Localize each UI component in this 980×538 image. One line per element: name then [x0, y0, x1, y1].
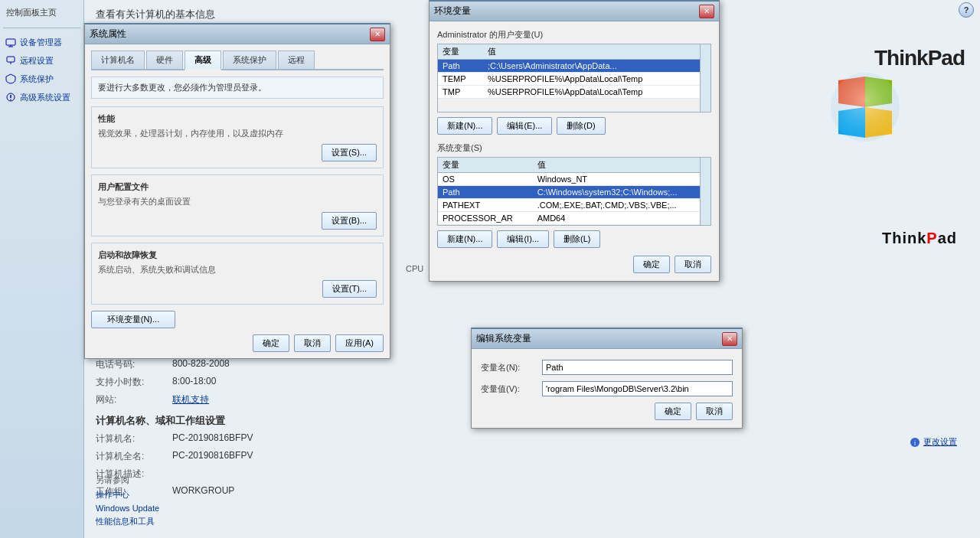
edit-cancel-button[interactable]: 取消	[696, 403, 733, 420]
user-vars-title: Administrator 的用户变量(U)	[437, 29, 711, 41]
sys-var-value-os: Windows_NT	[533, 173, 710, 186]
tab-system-protection[interactable]: 系统保护	[223, 51, 276, 69]
startup-settings-button[interactable]: 设置(T)...	[322, 280, 377, 298]
user-vars-scrollbar[interactable]	[700, 44, 710, 112]
user-edit-button[interactable]: 编辑(E)...	[497, 117, 552, 135]
sys-var-row-os[interactable]: OS Windows_NT	[438, 173, 710, 186]
help-button[interactable]: ?	[959, 2, 974, 18]
bottom-links: 另请参阅 操作中心 Windows Update 性能信息和工具	[96, 474, 159, 530]
sys-edit-button[interactable]: 编辑(I)...	[497, 230, 549, 248]
user-vars-table: 变量 值 Path ;C:\Users\Administrator\AppDat…	[438, 44, 710, 99]
bottom-link-windows-update[interactable]: Windows Update	[96, 504, 159, 513]
perf-section: 性能 视觉效果，处理器计划，内存使用，以及虚拟内存 设置(S)...	[91, 106, 384, 168]
tab-advanced[interactable]: 高级	[185, 51, 221, 70]
sys-vars-tbody: OS Windows_NT Path C:\Windows\system32;C…	[438, 173, 710, 225]
shield-icon	[5, 73, 17, 85]
sidebar-label-remote: 远程设置	[20, 55, 54, 67]
edit-dialog: 编辑系统变量 ✕ 变量名(N): 变量值(V): 确定 取消	[471, 328, 743, 429]
change-settings-link[interactable]: 更改设置	[923, 436, 957, 448]
sys-props-tabs: 计算机名 硬件 高级 系统保护 远程	[91, 51, 384, 70]
env-dialog-close-button[interactable]: ✕	[699, 5, 714, 18]
user-var-row-path[interactable]: Path ;C:\Users\Administrator\AppData...	[438, 60, 710, 73]
profile-title: 用户配置文件	[98, 181, 377, 193]
tab-computer-name[interactable]: 计算机名	[91, 51, 145, 69]
sys-props-title: 系统属性	[90, 28, 126, 41]
computer-name-row: 计算机名: PC-20190816BFPV	[96, 432, 969, 445]
sys-var-row-path[interactable]: Path C:\Windows\system32;C:\Windows;...	[438, 186, 710, 199]
sidebar-label-device: 设备管理器	[20, 37, 62, 48]
edit-ok-button[interactable]: 确定	[655, 403, 691, 420]
tab-hardware[interactable]: 硬件	[146, 51, 183, 69]
computer-fullname-label: 计算机全名:	[96, 450, 172, 463]
edit-dialog-close-button[interactable]: ✕	[722, 332, 737, 346]
var-name-row: 变量名(N):	[481, 360, 733, 375]
sys-props-close-button[interactable]: ✕	[370, 28, 385, 41]
env-ok-button[interactable]: 确定	[633, 256, 670, 273]
env-cancel-button[interactable]: 取消	[675, 256, 711, 273]
user-vars-btn-row: 新建(N)... 编辑(E)... 删除(D)	[437, 117, 711, 135]
thinkpad-text-logo: ThinkPad	[882, 230, 957, 247]
sys-props-body: 计算机名 硬件 高级 系统保护 远程 要进行大多数更改，您必须作为管理员登录。	[85, 44, 390, 358]
sys-vars-container: 变量 值 OS Windows_NT Path C:\Windows\syste…	[437, 157, 711, 226]
user-var-value-temp: %USERPROFILE%\AppData\Local\Temp	[483, 73, 710, 86]
var-value-row: 变量值(V):	[481, 381, 733, 396]
sidebar-label-protection: 系统保护	[20, 73, 54, 85]
var-value-label: 变量值(V):	[481, 383, 542, 395]
tab-remote[interactable]: 远程	[278, 51, 315, 69]
workgroup-row: 工作组: WORKGROUP	[96, 485, 969, 498]
user-vars-header-row: 变量 值	[438, 44, 710, 60]
sys-vars-title: 系统变量(S)	[437, 142, 711, 154]
sys-vars-col-name: 变量	[438, 158, 533, 173]
var-value-input[interactable]	[542, 381, 733, 396]
sys-vars-scrollbar[interactable]	[700, 158, 710, 225]
profile-section: 用户配置文件 与您登录有关的桌面设置 设置(B)...	[91, 174, 384, 236]
sidebar-label-advanced: 高级系统设置	[20, 92, 70, 103]
sidebar-divider	[3, 28, 80, 28]
computer-fullname-row: 计算机全名: PC-20190816BFPV	[96, 450, 969, 463]
remote-icon	[5, 54, 17, 67]
sys-props-apply-button[interactable]: 应用(A)	[335, 334, 384, 352]
sys-props-cancel-button[interactable]: 取消	[294, 334, 331, 352]
user-var-value-tmp: %USERPROFILE%\AppData\Local\Temp	[483, 86, 710, 99]
sys-var-row-pathext[interactable]: PATHEXT .COM;.EXE;.BAT;.CMD;.VBS;.VBE;..…	[438, 199, 710, 212]
user-var-name-tmp: TMP	[438, 86, 483, 99]
support-value: 8:00-18:00	[172, 376, 216, 389]
website-link[interactable]: 联机支持	[172, 393, 209, 406]
sys-delete-button[interactable]: 删除(L)	[554, 230, 600, 248]
bottom-link-performance[interactable]: 性能信息和工具	[96, 516, 159, 527]
sys-var-name-os: OS	[438, 173, 533, 186]
sys-new-button[interactable]: 新建(N)...	[437, 230, 492, 248]
env-dialog-title: 环境变量	[434, 5, 471, 18]
sys-var-row-processor[interactable]: PROCESSOR_AR AMD64	[438, 212, 710, 225]
user-new-button[interactable]: 新建(N)...	[437, 117, 492, 135]
control-panel-sidebar: 控制面板主页 设备管理器 远程设置 系统保护 高级系统设置	[0, 0, 84, 538]
var-name-input[interactable]	[542, 360, 733, 375]
user-vars-container: 变量 值 Path ;C:\Users\Administrator\AppDat…	[437, 44, 711, 112]
sidebar-item-device-manager[interactable]: 设备管理器	[0, 33, 83, 51]
svg-rect-3	[7, 57, 15, 62]
svg-point-7	[10, 99, 11, 100]
cpu-label: CPU	[406, 264, 423, 273]
user-var-name-temp: TEMP	[438, 73, 483, 86]
var-name-label: 变量名(N):	[481, 362, 542, 373]
sys-props-titlebar: 系统属性 ✕	[85, 24, 390, 44]
sys-props-ok-button[interactable]: 确定	[253, 334, 289, 352]
sidebar-item-advanced[interactable]: 高级系统设置	[0, 88, 83, 106]
change-settings-icon: i	[910, 437, 920, 448]
change-settings-area[interactable]: i 更改设置	[910, 436, 957, 448]
sys-props-dialog: 系统属性 ✕ 计算机名 硬件 高级 系统保护 远程	[84, 23, 390, 359]
phone-value: 800-828-2008	[172, 358, 230, 371]
user-var-row-temp[interactable]: TEMP %USERPROFILE%\AppData\Local\Temp	[438, 73, 710, 86]
user-var-row-tmp[interactable]: TMP %USERPROFILE%\AppData\Local\Temp	[438, 86, 710, 99]
user-delete-button[interactable]: 删除(D)	[557, 117, 605, 135]
perf-settings-button[interactable]: 设置(S)...	[322, 144, 377, 161]
sidebar-item-system-protection[interactable]: 系统保护	[0, 70, 83, 88]
svg-point-8	[831, 73, 900, 142]
user-vars-col-name: 变量	[438, 44, 483, 60]
sys-var-value-path: C:\Windows\system32;C:\Windows;...	[533, 186, 710, 199]
bottom-link-action-center[interactable]: 操作中心	[96, 489, 159, 501]
env-variables-button[interactable]: 环境变量(N)...	[91, 311, 175, 328]
sys-vars-table: 变量 值 OS Windows_NT Path C:\Windows\syste…	[438, 158, 710, 225]
profile-settings-button[interactable]: 设置(B)...	[322, 212, 377, 230]
sidebar-item-remote[interactable]: 远程设置	[0, 51, 83, 70]
